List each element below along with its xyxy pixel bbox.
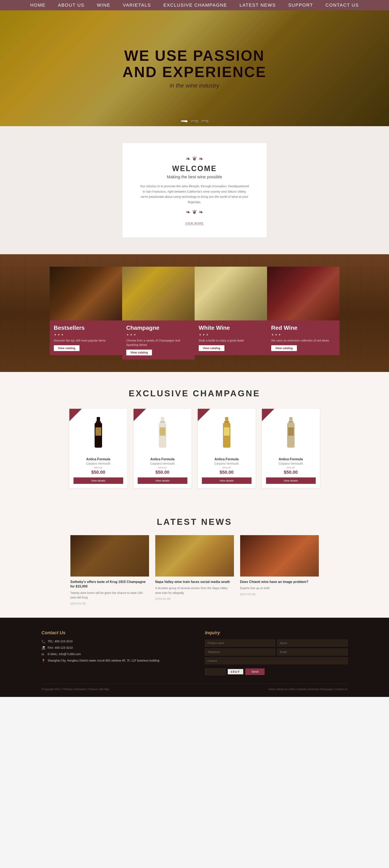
news-grid: Sotheby's offers taste of Krug 1915 Cham… xyxy=(41,535,348,605)
hero-dot-2[interactable]: 02 xyxy=(191,120,198,122)
champagne-ribbon-3 xyxy=(198,409,210,421)
hero-dot-1[interactable]: 01 xyxy=(181,120,187,122)
product-ornament-champagne: ✦ ✦ ✦ xyxy=(126,333,190,337)
champagne-ribbon-1 xyxy=(69,409,82,421)
hero-banner: WE USE PASSION AND EXPERIENCE in the win… xyxy=(0,10,389,126)
news-section-title: LATEST NEWS xyxy=(41,517,348,527)
champagne-name-4: Antica Formula xyxy=(266,457,316,461)
welcome-view-more[interactable]: VIEW MORE xyxy=(185,222,204,225)
product-content-redwine: Red Wine ✦ ✦ ✦ We carry an extensive col… xyxy=(267,320,339,355)
product-name-redwine: Red Wine xyxy=(271,324,335,331)
footer-address-item: 📍 Shanghai City, Hongkou District water … xyxy=(41,659,184,663)
champagne-card-4: Antica Formula Carpano Vermouth $60.00 $… xyxy=(262,409,320,488)
product-ornament-whitewine: ✦ ✦ ✦ xyxy=(199,333,263,337)
champagne-old-price-2: $60.00 xyxy=(138,466,187,469)
champagne-btn-4[interactable]: View details xyxy=(266,477,316,484)
product-ornament-bestsellers: ✦ ✦ ✦ xyxy=(54,333,118,337)
content-input[interactable] xyxy=(205,657,348,664)
products-grid: Bestsellers ✦ ✦ ✦ Discover the top 100 m… xyxy=(50,267,339,360)
nav-about[interactable]: ABOUT US xyxy=(58,2,85,8)
nav-home[interactable]: HOME xyxy=(30,2,46,8)
welcome-title: WELCOME xyxy=(139,164,250,173)
nav-wine[interactable]: WINE xyxy=(97,2,110,8)
hero-dot-3[interactable]: 03 xyxy=(202,120,208,122)
telephone-input[interactable] xyxy=(205,649,275,655)
fax-icon: 📠 xyxy=(41,646,46,650)
welcome-ornament-bottom: ❧ ❦ ❧ xyxy=(139,209,250,216)
svg-rect-4 xyxy=(161,417,164,421)
footer-contact-title: Contact Us xyxy=(41,630,184,636)
news-img-2 xyxy=(155,535,234,577)
welcome-description: Our mission is to promote the wine lifes… xyxy=(139,184,250,205)
champagne-btn-1[interactable]: View details xyxy=(73,477,123,484)
inquiry-form: s0uY Send xyxy=(205,640,348,675)
champagne-ribbon-4 xyxy=(262,409,274,421)
champagne-card-2: Antica Formula Carpano Vermouth $60.00 $… xyxy=(133,409,191,488)
welcome-box: ❧ ❦ ❧ WELCOME Making the best wine possi… xyxy=(122,143,267,238)
nav-news[interactable]: LATEST NEWS xyxy=(240,2,276,8)
nav-contact[interactable]: CONTACT US xyxy=(325,2,359,8)
svg-rect-13 xyxy=(289,421,293,423)
footer-inquiry-title: Inquiry xyxy=(205,630,348,636)
product-btn-redwine[interactable]: View catalog xyxy=(271,345,297,351)
champagne-price-2: $50.00 xyxy=(138,470,187,475)
footer-tel: TEL: 400-123-3210 xyxy=(48,640,73,643)
product-ornament-redwine: ✦ ✦ ✦ xyxy=(271,333,335,337)
champagne-section: EXCLUSIVE CHAMPAGNE Antica Formula Carpa… xyxy=(0,372,389,504)
news-desc-2: A drunken group of several women from th… xyxy=(155,586,234,595)
svg-rect-15 xyxy=(288,427,294,436)
footer-email: E-MAIL: info@71360.com xyxy=(48,652,81,656)
news-section: LATEST NEWS Sotheby's offers taste of Kr… xyxy=(0,504,389,618)
nav-champagne[interactable]: EXCLUSIVE CHAMPAGNE xyxy=(163,2,227,8)
champagne-card-3: Antica Formula Carpano Vermouth $60.00 $… xyxy=(198,409,256,488)
product-btn-champagne[interactable]: View catalog xyxy=(126,350,152,355)
product-name-whitewine: White Wine xyxy=(199,324,263,331)
captcha-input[interactable] xyxy=(205,669,226,675)
location-icon: 📍 xyxy=(41,659,46,663)
product-name-input[interactable] xyxy=(205,640,275,646)
send-button[interactable]: Send xyxy=(245,669,265,675)
welcome-section: ❧ ❦ ❧ WELCOME Making the best wine possi… xyxy=(0,126,389,254)
product-card-whitewine: White Wine ✦ ✦ ✦ Grab a bottle to enjoy … xyxy=(194,267,267,360)
product-img-redwine xyxy=(267,267,339,320)
product-card-redwine: Red Wine ✦ ✦ ✦ We carry an extensive col… xyxy=(267,267,339,360)
svg-rect-9 xyxy=(224,421,229,423)
wine-bottle-svg-4 xyxy=(285,417,297,450)
footer-tel-item: 📞 TEL: 400-123-3210 xyxy=(41,640,184,644)
news-card-1: Sotheby's offers taste of Krug 1915 Cham… xyxy=(70,535,149,605)
champagne-name-1: Antica Formula xyxy=(73,457,123,461)
svg-rect-1 xyxy=(96,421,101,423)
champagne-btn-3[interactable]: View details xyxy=(202,477,251,484)
champagne-name-2: Antica Formula xyxy=(138,457,187,461)
champagne-grid: Antica Formula Carpano Vermouth $60.00 $… xyxy=(41,409,348,488)
product-desc-redwine: We carry an extensive collection of red … xyxy=(271,338,335,343)
news-date-1: [2015-03-29] xyxy=(70,602,86,605)
champagne-btn-2[interactable]: View details xyxy=(138,477,187,484)
news-title-1: Sotheby's offers taste of Krug 1915 Cham… xyxy=(70,580,149,589)
champagne-brand-2: Carpano Vermouth xyxy=(138,462,187,465)
footer: Contact Us 📞 TEL: 400-123-3210 📠 FAX: 40… xyxy=(0,618,389,697)
footer-links: Home | About Us | Wine | Varietals | Exc… xyxy=(269,688,348,691)
product-content-bestsellers: Bestsellers ✦ ✦ ✦ Discover the top 100 m… xyxy=(50,320,122,355)
champagne-name-3: Antica Formula xyxy=(202,457,251,461)
wine-bottle-svg-3 xyxy=(220,417,233,450)
footer-bottom: ©Copyright 2014 | 71Winery | Disclaimer … xyxy=(41,683,348,691)
product-content-whitewine: White Wine ✦ ✦ ✦ Grab a bottle to enjoy … xyxy=(194,320,267,355)
footer-copyright: ©Copyright 2014 | 71Winery | Disclaimer … xyxy=(41,688,109,691)
nav-varietals[interactable]: VARIETALS xyxy=(123,2,151,8)
product-btn-whitewine[interactable]: View catalog xyxy=(199,345,225,351)
footer-inquiry: Inquiry s0uY Send xyxy=(205,630,348,675)
svg-rect-8 xyxy=(225,417,228,421)
product-btn-bestsellers[interactable]: View catalog xyxy=(54,345,80,351)
nav-support[interactable]: SUPPORT xyxy=(288,2,313,8)
welcome-ornament-top: ❧ ❦ ❧ xyxy=(139,155,250,162)
email-input[interactable] xyxy=(277,649,348,655)
champagne-price-4: $50.00 xyxy=(266,470,316,475)
name-input[interactable] xyxy=(277,640,348,646)
product-name-champagne: Champagne xyxy=(126,324,190,331)
product-img-champagne xyxy=(122,267,194,320)
footer-top: Contact Us 📞 TEL: 400-123-3210 📠 FAX: 40… xyxy=(41,630,348,675)
champagne-old-price-1: $60.00 xyxy=(73,466,123,469)
products-section: Bestsellers ✦ ✦ ✦ Discover the top 100 m… xyxy=(0,254,389,372)
hero-dots: 01 02 03 xyxy=(181,120,208,122)
